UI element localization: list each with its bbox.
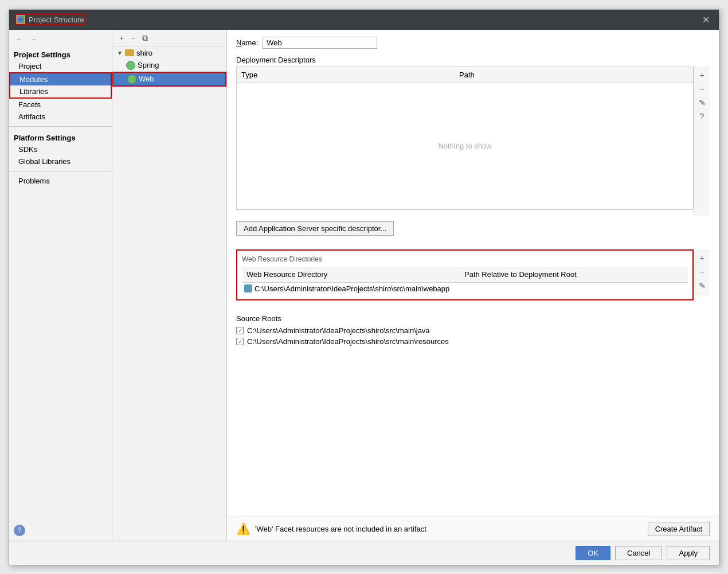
tree-add-button[interactable]: + xyxy=(117,32,126,44)
source-root-2-path: C:\Users\Administrator\IdeaProjects\shir… xyxy=(247,337,449,346)
back-button[interactable]: ← xyxy=(14,34,25,45)
table-body-empty: Nothing to show xyxy=(237,83,693,209)
tree-item-web[interactable]: Web xyxy=(113,73,225,85)
title-bar-left: Project Structure xyxy=(15,14,85,25)
deployment-side-buttons: + − ✎ ? xyxy=(694,67,710,216)
right-panel: Name: Deployment Descriptors Type Path N… xyxy=(227,30,719,541)
web-resource-section-container: Web Resource Directories Web Resource Di… xyxy=(236,249,710,307)
nav-arrows: ← → xyxy=(9,32,112,47)
cancel-button[interactable]: Cancel xyxy=(615,546,662,560)
svg-rect-1 xyxy=(19,18,22,21)
add-server-btn-row: Add Application Server specific descript… xyxy=(236,221,710,243)
sidebar-divider xyxy=(9,126,112,127)
deployment-section: Type Path Nothing to show + − ✎ ? xyxy=(236,67,710,217)
web-icon xyxy=(127,75,136,84)
tree-copy-button[interactable]: ⧉ xyxy=(140,32,150,44)
name-row: Name: xyxy=(236,37,710,49)
deployment-help-button[interactable]: ? xyxy=(698,110,706,123)
warning-icon: ⚠️ xyxy=(236,522,251,536)
deployment-descriptors-title: Deployment Descriptors xyxy=(236,56,710,64)
source-root-1-row: ✓ C:\Users\Administrator\IdeaProjects\sh… xyxy=(236,326,710,335)
web-node-highlight: Web xyxy=(112,72,226,87)
web-res-col-path: Path Relative to Deployment Root xyxy=(460,268,688,280)
project-structure-dialog: Project Structure ✕ ← → Project Settings… xyxy=(9,9,719,565)
tree-item-shiro[interactable]: ▼ shiro xyxy=(112,47,226,59)
source-root-1-checkbox[interactable]: ✓ xyxy=(236,327,244,334)
project-settings-header: Project Settings xyxy=(9,47,112,60)
deployment-add-button[interactable]: + xyxy=(698,69,706,81)
main-content: ← → Project Settings Project Modules Lib… xyxy=(9,30,719,541)
name-label: Name: xyxy=(236,38,258,47)
sidebar-item-project[interactable]: Project xyxy=(9,60,112,72)
bottom-warning: ⚠️ 'Web' Facet resources are not include… xyxy=(227,517,719,541)
source-root-2-checkbox[interactable]: ✓ xyxy=(236,338,244,345)
help-button[interactable]: ? xyxy=(14,525,25,536)
add-server-button[interactable]: Add Application Server specific descript… xyxy=(236,221,394,236)
source-root-2-row: ✓ C:\Users\Administrator\IdeaProjects\sh… xyxy=(236,337,710,346)
web-res-header: Web Resource Directory Path Relative to … xyxy=(242,267,688,283)
platform-settings-header: Platform Settings xyxy=(9,130,112,143)
forward-button[interactable]: → xyxy=(28,34,39,45)
sidebar-item-sdks[interactable]: SDKs xyxy=(9,143,112,155)
name-input[interactable] xyxy=(263,37,377,49)
close-button[interactable]: ✕ xyxy=(699,13,713,26)
bottom-help: ? xyxy=(9,522,112,538)
nothing-to-show: Nothing to show xyxy=(438,142,491,150)
title-bar: Project Structure ✕ xyxy=(9,10,719,30)
web-resource-title: Web Resource Directories xyxy=(242,255,688,263)
module-tree-panel: + − ⧉ ▼ shiro Spring Web xyxy=(112,30,227,541)
tree-toolbar: + − ⧉ xyxy=(112,30,226,47)
folder-icon xyxy=(125,49,134,56)
sidebar-item-global-libraries[interactable]: Global Libraries xyxy=(9,155,112,167)
dialog-title: Project Structure xyxy=(29,15,84,24)
sidebar-item-artifacts[interactable]: Artifacts xyxy=(9,111,112,123)
web-res-remove-button[interactable]: − xyxy=(698,265,706,278)
apply-button[interactable]: Apply xyxy=(667,546,710,560)
deployment-remove-button[interactable]: − xyxy=(698,83,706,95)
tree-remove-button[interactable]: − xyxy=(128,32,138,44)
source-roots-title: Source Roots xyxy=(236,314,710,323)
title-highlight-box: Project Structure xyxy=(15,14,85,25)
web-res-add-button[interactable]: + xyxy=(698,252,706,264)
deployment-edit-button[interactable]: ✎ xyxy=(697,96,707,109)
web-res-row: C:\Users\Administrator\IdeaProjects\shir… xyxy=(242,283,688,295)
sidebar-item-modules[interactable]: Modules xyxy=(10,73,111,85)
sidebar-divider-2 xyxy=(9,171,112,171)
right-content: Name: Deployment Descriptors Type Path N… xyxy=(227,30,719,517)
web-res-edit-button[interactable]: ✎ xyxy=(697,279,707,292)
web-res-path: C:\Users\Administrator\IdeaProjects\shir… xyxy=(255,284,449,293)
table-header: Type Path xyxy=(237,67,693,83)
title-icon xyxy=(16,15,25,24)
tree-item-spring[interactable]: Spring xyxy=(112,59,226,72)
source-root-1-path: C:\Users\Administrator\IdeaProjects\shir… xyxy=(247,326,430,335)
sidebar-item-problems[interactable]: Problems xyxy=(9,175,112,187)
ok-button[interactable]: OK xyxy=(576,546,610,560)
expand-arrow: ▼ xyxy=(117,50,123,56)
web-resource-section: Web Resource Directories Web Resource Di… xyxy=(236,249,694,300)
web-res-folder-icon xyxy=(244,284,252,292)
spring-icon xyxy=(126,61,135,70)
create-artifact-button[interactable]: Create Artifact xyxy=(648,522,710,536)
module-tree: ▼ shiro Spring Web xyxy=(112,47,226,541)
web-res-side-buttons: + − ✎ xyxy=(694,249,710,295)
col-path: Path xyxy=(455,69,693,81)
deployment-table: Type Path Nothing to show xyxy=(236,67,694,210)
modules-highlight: Modules Libraries xyxy=(9,72,112,99)
sidebar: ← → Project Settings Project Modules Lib… xyxy=(9,30,112,541)
sidebar-item-libraries[interactable]: Libraries xyxy=(10,85,111,97)
col-type: Type xyxy=(237,69,455,81)
sidebar-item-facets[interactable]: Facets xyxy=(9,99,112,111)
web-res-col-dir: Web Resource Directory xyxy=(242,268,460,280)
warning-text: 'Web' Facet resources are not included i… xyxy=(255,525,643,533)
footer: OK Cancel Apply xyxy=(9,541,719,565)
